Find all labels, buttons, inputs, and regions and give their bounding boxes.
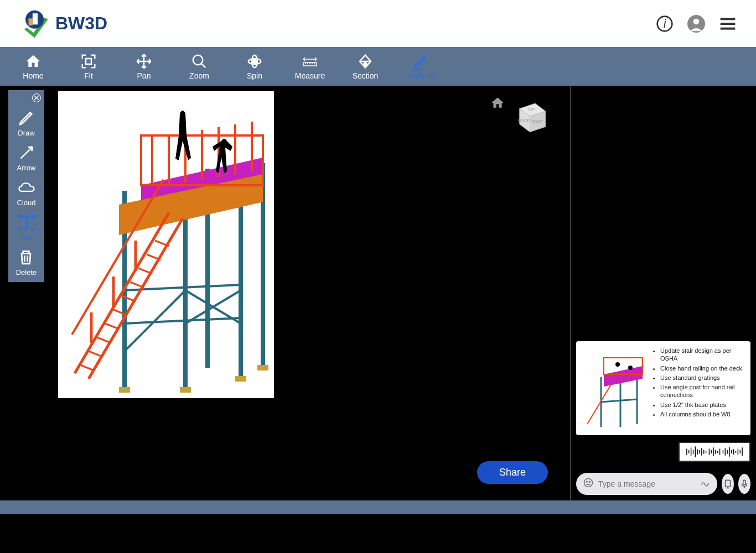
close-icon[interactable]: ✕ <box>32 93 41 102</box>
markup-draw[interactable]: Draw <box>17 108 37 137</box>
share-button[interactable]: Share <box>477 461 548 484</box>
spin-icon <box>246 53 263 70</box>
chat-input-pill <box>576 473 717 495</box>
svg-rect-100 <box>743 480 746 484</box>
markup-icon <box>412 53 429 70</box>
svg-rect-8 <box>721 23 736 25</box>
cloud-icon <box>17 178 37 197</box>
pan-icon <box>135 53 153 70</box>
viewcube[interactable]: TOP FRONT RIGHT <box>509 96 551 137</box>
svg-point-6 <box>693 18 700 24</box>
user-icon[interactable] <box>687 15 705 33</box>
markup-toolbar: ✕ Draw Arrow Cloud Text Delete <box>8 90 44 282</box>
mic-button[interactable] <box>738 474 750 494</box>
svg-rect-10 <box>86 59 91 64</box>
info-icon[interactable]: i <box>656 15 674 33</box>
svg-rect-2 <box>29 18 33 25</box>
tool-spin[interactable]: Spin <box>238 53 271 80</box>
chat-body: Update stair design as per OSHA Close ha… <box>571 86 756 467</box>
home-icon <box>24 53 42 70</box>
brand-text: BW3D <box>55 13 107 34</box>
markup-cloud[interactable]: Cloud <box>17 178 37 207</box>
svg-point-14 <box>252 59 257 64</box>
svg-point-97 <box>587 482 588 483</box>
logo-area: BW3D <box>19 8 107 39</box>
hamburger-icon[interactable] <box>719 15 737 33</box>
chat-message-card: Update stair design as per OSHA Close ha… <box>576 341 750 435</box>
footer-bar <box>0 500 756 514</box>
chat-note-item: All columns should be W8 <box>660 410 745 418</box>
section-icon <box>356 53 374 70</box>
tool-measure[interactable]: Measure <box>293 53 327 80</box>
logo-badge <box>19 8 50 39</box>
svg-rect-55 <box>235 376 246 382</box>
svg-rect-54 <box>180 387 191 393</box>
workspace: ✕ Draw Arrow Cloud Text Delete <box>0 86 756 500</box>
viewcube-right-label: RIGHT <box>532 119 543 123</box>
svg-line-23 <box>125 318 241 324</box>
svg-line-46 <box>138 268 152 274</box>
markup-delete[interactable]: Delete <box>16 247 37 276</box>
chat-note-item: Update stair design as per OSHA <box>660 347 745 363</box>
tool-zoom[interactable]: Zoom <box>183 53 216 80</box>
chat-notes: Update stair design as per OSHA Close ha… <box>653 347 745 430</box>
measure-icon <box>301 53 319 70</box>
markup-text[interactable]: Text <box>17 212 37 242</box>
svg-rect-53 <box>119 387 130 393</box>
svg-line-39 <box>80 365 94 371</box>
chat-note-item: Use angle post for hand rail connections <box>660 383 745 399</box>
svg-rect-99 <box>726 480 731 487</box>
svg-point-69 <box>628 366 633 370</box>
tool-markup[interactable]: Mark-up <box>404 53 437 80</box>
model-snapshot <box>58 91 274 398</box>
chat-note-item: Use standard gratings <box>660 374 745 382</box>
tool-fit[interactable]: Fit <box>72 53 105 80</box>
viewcube-top-label: TOP <box>527 108 535 112</box>
svg-line-42 <box>105 324 119 329</box>
svg-point-16 <box>364 63 367 66</box>
svg-point-68 <box>615 362 620 367</box>
svg-point-98 <box>589 482 591 483</box>
tool-home[interactable]: Home <box>17 53 50 80</box>
main-toolbar: Home Fit Pan Zoom Spin Measure Section M… <box>0 47 756 86</box>
svg-rect-7 <box>721 18 736 20</box>
text-icon <box>17 212 37 232</box>
pencil-icon <box>17 108 37 128</box>
viewport-3d[interactable]: ✕ Draw Arrow Cloud Text Delete <box>0 86 571 500</box>
fit-icon <box>80 53 97 70</box>
zoom-icon <box>190 53 208 70</box>
app-header: BW3D i <box>0 0 756 47</box>
svg-rect-56 <box>257 365 268 371</box>
scribble-icon[interactable] <box>700 477 711 491</box>
chat-input-row <box>571 467 756 500</box>
svg-rect-9 <box>721 27 736 29</box>
chat-thumbnail <box>582 347 648 430</box>
svg-line-45 <box>130 282 144 288</box>
svg-point-96 <box>584 479 593 487</box>
tool-pan[interactable]: Pan <box>127 53 160 80</box>
svg-text:i: i <box>664 17 667 30</box>
svg-line-37 <box>75 213 169 373</box>
trash-icon <box>16 247 36 267</box>
viewcube-area: TOP FRONT RIGHT <box>490 96 551 137</box>
chat-note-item: Close hand railing on the deck <box>660 364 745 372</box>
emoji-icon[interactable] <box>583 477 594 491</box>
viewcube-home-icon[interactable] <box>490 96 505 112</box>
viewcube-front-label: FRONT <box>518 118 531 122</box>
audio-message[interactable] <box>679 442 750 462</box>
header-icons: i <box>656 15 737 33</box>
attach-file-button[interactable] <box>722 474 734 494</box>
markup-arrow[interactable]: Arrow <box>17 143 37 172</box>
chat-input[interactable] <box>598 479 695 488</box>
tool-section[interactable]: Section <box>349 53 382 80</box>
chat-note-item: Use 1/2" thk base plates <box>660 401 745 409</box>
svg-point-11 <box>193 55 203 65</box>
svg-line-41 <box>97 337 111 343</box>
svg-line-40 <box>89 351 102 357</box>
arrow-icon <box>17 143 37 163</box>
chat-panel: Update stair design as per OSHA Close ha… <box>571 86 756 500</box>
svg-rect-1 <box>33 13 38 24</box>
